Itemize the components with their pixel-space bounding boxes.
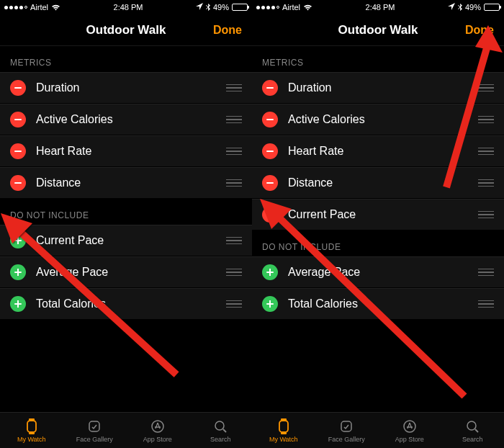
done-button[interactable]: Done [213, 24, 242, 37]
metric-label: Heart Rate [36, 145, 226, 158]
reorder-handle-icon[interactable] [226, 148, 242, 156]
tab-search[interactable]: Search [189, 413, 253, 448]
excluded-row[interactable]: Average Pace [0, 256, 252, 288]
svg-rect-2 [27, 421, 36, 432]
excluded-row[interactable]: Total Calories [252, 288, 504, 320]
section-header-metrics: METRICS [252, 46, 504, 72]
remove-icon[interactable] [262, 143, 278, 159]
tab-face-gallery[interactable]: Face Gallery [63, 413, 127, 448]
tab-label: My Watch [269, 436, 298, 443]
metric-row[interactable]: Active Calories [252, 104, 504, 135]
metric-row[interactable]: Distance [0, 167, 252, 199]
status-bar: Airtel 2:48 PM 49% [0, 0, 252, 14]
tab-face-gallery[interactable]: Face Gallery [315, 413, 379, 448]
tab-label: My Watch [17, 436, 46, 443]
bluetooth-icon [458, 4, 462, 11]
signal-dots-icon [4, 6, 27, 9]
status-time: 2:48 PM [114, 3, 143, 12]
metrics-list: Duration Active Calories Heart Rate Dist… [0, 72, 252, 199]
reorder-handle-icon[interactable] [226, 300, 242, 308]
tab-label: Search [462, 436, 483, 443]
battery-pct: 49% [465, 3, 481, 12]
metric-label: Total Calories [36, 297, 226, 310]
metric-row[interactable]: Heart Rate [252, 135, 504, 167]
add-icon[interactable] [10, 296, 26, 312]
metric-row[interactable]: Distance [252, 167, 504, 199]
reorder-handle-icon[interactable] [478, 211, 494, 219]
remove-icon[interactable] [262, 112, 278, 127]
remove-icon[interactable] [262, 175, 278, 191]
tab-label: Face Gallery [328, 436, 365, 443]
reorder-handle-icon[interactable] [478, 116, 494, 124]
reorder-handle-icon[interactable] [478, 300, 494, 308]
metric-label: Current Pace [36, 234, 226, 247]
wifi-icon [51, 4, 60, 11]
reorder-handle-icon[interactable] [226, 269, 242, 277]
tab-app-store[interactable]: App Store [126, 413, 189, 448]
metric-label: Distance [288, 176, 478, 189]
section-header-metrics: METRICS [0, 46, 252, 72]
tab-label: App Store [143, 436, 172, 443]
metric-row[interactable]: Duration [0, 72, 252, 104]
reorder-handle-icon[interactable] [478, 269, 494, 277]
svg-point-4 [152, 421, 163, 432]
done-button[interactable]: Done [465, 24, 494, 37]
svg-point-12 [467, 421, 476, 430]
battery-icon [484, 4, 500, 11]
nav-header: Outdoor Walk Done [252, 14, 504, 46]
tab-label: App Store [395, 436, 424, 443]
excluded-row[interactable]: Average Pace [252, 256, 504, 288]
metric-label: Heart Rate [288, 145, 478, 158]
svg-rect-10 [341, 421, 351, 431]
reorder-handle-icon[interactable] [226, 84, 242, 92]
watch-icon [25, 418, 38, 434]
svg-line-13 [475, 429, 478, 432]
add-icon[interactable] [262, 264, 278, 280]
reorder-handle-icon[interactable] [478, 179, 494, 187]
metric-row[interactable]: Active Calories [0, 104, 252, 135]
carrier-label: Airtel [30, 3, 48, 12]
page-title: Outdoor Walk [86, 23, 166, 37]
reorder-handle-icon[interactable] [226, 179, 242, 187]
location-icon [448, 3, 455, 12]
metric-row[interactable]: Current Pace [252, 199, 504, 230]
tab-app-store[interactable]: App Store [378, 413, 441, 448]
metric-row[interactable]: Heart Rate [0, 135, 252, 167]
app-store-icon [402, 418, 417, 434]
section-header-excluded: DO NOT INCLUDE [0, 199, 252, 225]
reorder-handle-icon[interactable] [478, 148, 494, 156]
tab-label: Search [210, 436, 231, 443]
tab-search[interactable]: Search [441, 413, 505, 448]
face-gallery-icon [87, 418, 102, 434]
tab-my-watch[interactable]: My Watch [252, 413, 315, 448]
reorder-handle-icon[interactable] [478, 84, 494, 92]
remove-icon[interactable] [10, 80, 26, 96]
add-icon[interactable] [10, 233, 26, 248]
carrier-label: Airtel [282, 3, 300, 12]
excluded-row[interactable]: Current Pace [0, 225, 252, 256]
status-time: 2:48 PM [366, 3, 395, 12]
tab-bar: My Watch Face Gallery App Store Search [0, 412, 252, 448]
tab-my-watch[interactable]: My Watch [0, 413, 63, 448]
search-icon [465, 418, 480, 434]
page-title: Outdoor Walk [338, 23, 418, 37]
excluded-list: Average Pace Total Calories [252, 256, 504, 320]
remove-icon[interactable] [262, 80, 278, 96]
excluded-row[interactable]: Total Calories [0, 288, 252, 320]
svg-rect-9 [279, 421, 288, 432]
metric-label: Distance [36, 176, 226, 189]
tab-bar: My Watch Face Gallery App Store Search [252, 412, 504, 448]
remove-icon[interactable] [10, 143, 26, 159]
metrics-list: Duration Active Calories Heart Rate Dist… [252, 72, 504, 230]
metric-row[interactable]: Duration [252, 72, 504, 104]
add-icon[interactable] [262, 296, 278, 312]
reorder-handle-icon[interactable] [226, 116, 242, 124]
metric-label: Total Calories [288, 297, 478, 310]
remove-icon[interactable] [10, 112, 26, 127]
metric-label: Duration [288, 81, 478, 94]
remove-icon[interactable] [262, 207, 278, 223]
metric-label: Current Pace [288, 208, 478, 221]
reorder-handle-icon[interactable] [226, 237, 242, 245]
remove-icon[interactable] [10, 175, 26, 191]
add-icon[interactable] [10, 264, 26, 280]
